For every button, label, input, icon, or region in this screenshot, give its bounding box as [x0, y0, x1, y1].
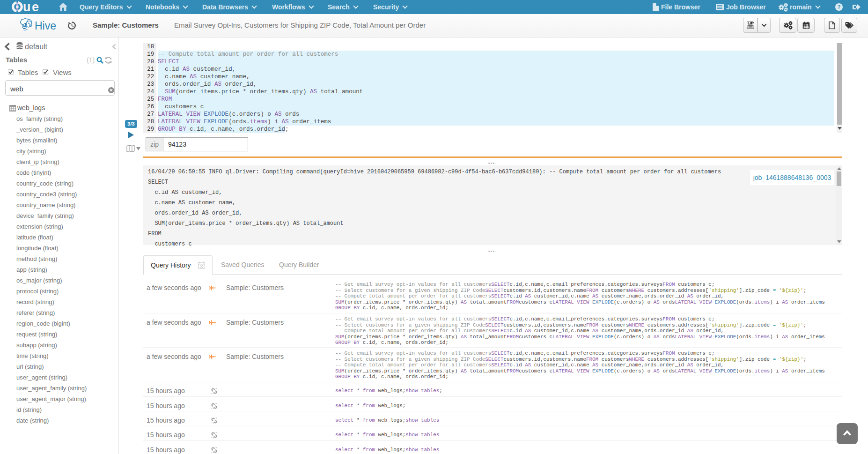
svg-text:ue: ue [23, 1, 40, 13]
svg-text:?: ? [838, 4, 841, 10]
